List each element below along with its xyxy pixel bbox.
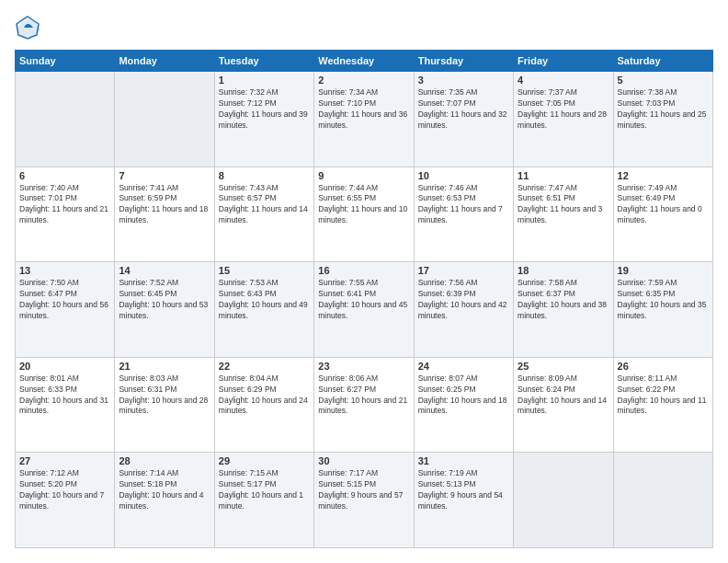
calendar-cell: 28Sunrise: 7:14 AM Sunset: 5:18 PM Dayli…: [115, 453, 214, 548]
calendar-cell: 9Sunrise: 7:44 AM Sunset: 6:55 PM Daylig…: [314, 167, 414, 262]
calendar-cell: 11Sunrise: 7:47 AM Sunset: 6:51 PM Dayli…: [514, 167, 613, 262]
calendar-cell: 7Sunrise: 7:41 AM Sunset: 6:59 PM Daylig…: [115, 167, 214, 262]
calendar-cell: [16, 72, 115, 167]
calendar-header-saturday: Saturday: [613, 51, 712, 72]
day-info: Sunrise: 8:04 AM Sunset: 6:29 PM Dayligh…: [219, 373, 310, 418]
day-number: 11: [518, 170, 609, 181]
day-info: Sunrise: 7:14 AM Sunset: 5:18 PM Dayligh…: [119, 468, 210, 512]
day-number: 16: [318, 265, 409, 276]
calendar-week-row: 20Sunrise: 8:01 AM Sunset: 6:33 PM Dayli…: [16, 357, 713, 453]
day-number: 27: [19, 455, 110, 466]
calendar-cell: 2Sunrise: 7:34 AM Sunset: 7:10 PM Daylig…: [314, 72, 414, 167]
day-number: 3: [418, 75, 509, 86]
calendar-cell: 26Sunrise: 8:11 AM Sunset: 6:22 PM Dayli…: [613, 357, 712, 453]
day-info: Sunrise: 7:15 AM Sunset: 5:17 PM Dayligh…: [219, 468, 310, 512]
calendar-cell: 20Sunrise: 8:01 AM Sunset: 6:33 PM Dayli…: [16, 357, 115, 453]
day-number: 18: [518, 265, 609, 276]
day-info: Sunrise: 7:47 AM Sunset: 6:51 PM Dayligh…: [518, 183, 609, 227]
day-number: 9: [318, 170, 409, 181]
calendar-cell: 8Sunrise: 7:43 AM Sunset: 6:57 PM Daylig…: [214, 167, 313, 262]
calendar-week-row: 6Sunrise: 7:40 AM Sunset: 7:01 PM Daylig…: [16, 167, 713, 262]
day-info: Sunrise: 7:19 AM Sunset: 5:13 PM Dayligh…: [418, 468, 509, 512]
day-number: 28: [119, 455, 210, 466]
day-info: Sunrise: 7:52 AM Sunset: 6:45 PM Dayligh…: [119, 278, 210, 322]
calendar-cell: 30Sunrise: 7:17 AM Sunset: 5:15 PM Dayli…: [314, 453, 414, 548]
day-number: 22: [219, 361, 310, 372]
calendar-cell: 1Sunrise: 7:32 AM Sunset: 7:12 PM Daylig…: [214, 72, 313, 167]
day-info: Sunrise: 7:35 AM Sunset: 7:07 PM Dayligh…: [418, 87, 509, 132]
calendar-week-row: 27Sunrise: 7:12 AM Sunset: 5:20 PM Dayli…: [16, 453, 713, 548]
logo-icon: [15, 15, 40, 40]
calendar-cell: 29Sunrise: 7:15 AM Sunset: 5:17 PM Dayli…: [214, 453, 313, 548]
calendar-cell: 18Sunrise: 7:58 AM Sunset: 6:37 PM Dayli…: [514, 262, 613, 358]
calendar-cell: 5Sunrise: 7:38 AM Sunset: 7:03 PM Daylig…: [613, 72, 712, 167]
calendar-header-thursday: Thursday: [414, 51, 513, 72]
calendar-header-row: SundayMondayTuesdayWednesdayThursdayFrid…: [16, 51, 713, 72]
day-number: 6: [19, 170, 110, 181]
day-number: 1: [219, 75, 310, 86]
day-info: Sunrise: 8:01 AM Sunset: 6:33 PM Dayligh…: [19, 373, 110, 418]
day-info: Sunrise: 7:55 AM Sunset: 6:41 PM Dayligh…: [318, 278, 409, 322]
day-number: 20: [19, 361, 110, 372]
day-info: Sunrise: 8:07 AM Sunset: 6:25 PM Dayligh…: [418, 373, 509, 418]
day-number: 25: [518, 361, 609, 372]
day-number: 7: [119, 170, 210, 181]
calendar-cell: 22Sunrise: 8:04 AM Sunset: 6:29 PM Dayli…: [214, 357, 313, 453]
day-info: Sunrise: 8:06 AM Sunset: 6:27 PM Dayligh…: [318, 373, 409, 418]
day-number: 19: [618, 265, 709, 276]
day-info: Sunrise: 7:44 AM Sunset: 6:55 PM Dayligh…: [318, 183, 409, 227]
day-number: 10: [418, 170, 509, 181]
day-info: Sunrise: 7:58 AM Sunset: 6:37 PM Dayligh…: [518, 278, 609, 322]
calendar-header-monday: Monday: [115, 51, 214, 72]
day-info: Sunrise: 7:49 AM Sunset: 6:49 PM Dayligh…: [618, 183, 709, 227]
calendar-cell: 19Sunrise: 7:59 AM Sunset: 6:35 PM Dayli…: [613, 262, 712, 358]
day-number: 15: [219, 265, 310, 276]
calendar-cell: 15Sunrise: 7:53 AM Sunset: 6:43 PM Dayli…: [214, 262, 313, 358]
day-number: 24: [418, 361, 509, 372]
day-number: 5: [618, 75, 709, 86]
day-info: Sunrise: 7:34 AM Sunset: 7:10 PM Dayligh…: [318, 87, 409, 132]
day-info: Sunrise: 7:37 AM Sunset: 7:05 PM Dayligh…: [518, 87, 609, 132]
calendar-cell: [514, 453, 613, 548]
calendar-cell: 16Sunrise: 7:55 AM Sunset: 6:41 PM Dayli…: [314, 262, 414, 358]
day-number: 8: [219, 170, 310, 181]
calendar-header-friday: Friday: [514, 51, 613, 72]
page: SundayMondayTuesdayWednesdayThursdayFrid…: [0, 0, 728, 563]
day-info: Sunrise: 7:17 AM Sunset: 5:15 PM Dayligh…: [318, 468, 409, 512]
header: [15, 15, 713, 40]
calendar-cell: 14Sunrise: 7:52 AM Sunset: 6:45 PM Dayli…: [115, 262, 214, 358]
calendar-cell: 10Sunrise: 7:46 AM Sunset: 6:53 PM Dayli…: [414, 167, 513, 262]
calendar-cell: 4Sunrise: 7:37 AM Sunset: 7:05 PM Daylig…: [514, 72, 613, 167]
day-number: 21: [119, 361, 210, 372]
calendar-week-row: 13Sunrise: 7:50 AM Sunset: 6:47 PM Dayli…: [16, 262, 713, 358]
day-info: Sunrise: 7:38 AM Sunset: 7:03 PM Dayligh…: [618, 87, 709, 132]
logo: [15, 15, 44, 40]
day-info: Sunrise: 7:41 AM Sunset: 6:59 PM Dayligh…: [119, 183, 210, 227]
day-number: 4: [518, 75, 609, 86]
day-info: Sunrise: 7:43 AM Sunset: 6:57 PM Dayligh…: [219, 183, 310, 227]
day-info: Sunrise: 8:03 AM Sunset: 6:31 PM Dayligh…: [119, 373, 210, 418]
calendar-cell: 17Sunrise: 7:56 AM Sunset: 6:39 PM Dayli…: [414, 262, 513, 358]
day-info: Sunrise: 7:50 AM Sunset: 6:47 PM Dayligh…: [19, 278, 110, 322]
calendar-cell: 31Sunrise: 7:19 AM Sunset: 5:13 PM Dayli…: [414, 453, 513, 548]
day-info: Sunrise: 7:12 AM Sunset: 5:20 PM Dayligh…: [19, 468, 110, 512]
day-info: Sunrise: 8:11 AM Sunset: 6:22 PM Dayligh…: [618, 373, 709, 418]
calendar-cell: 27Sunrise: 7:12 AM Sunset: 5:20 PM Dayli…: [16, 453, 115, 548]
day-number: 13: [19, 265, 110, 276]
day-number: 12: [618, 170, 709, 181]
calendar-cell: 6Sunrise: 7:40 AM Sunset: 7:01 PM Daylig…: [16, 167, 115, 262]
day-number: 17: [418, 265, 509, 276]
calendar-cell: 3Sunrise: 7:35 AM Sunset: 7:07 PM Daylig…: [414, 72, 513, 167]
day-info: Sunrise: 7:59 AM Sunset: 6:35 PM Dayligh…: [618, 278, 709, 322]
calendar-cell: 21Sunrise: 8:03 AM Sunset: 6:31 PM Dayli…: [115, 357, 214, 453]
calendar-cell: 24Sunrise: 8:07 AM Sunset: 6:25 PM Dayli…: [414, 357, 513, 453]
calendar-cell: 25Sunrise: 8:09 AM Sunset: 6:24 PM Dayli…: [514, 357, 613, 453]
calendar-cell: [115, 72, 214, 167]
day-number: 30: [318, 455, 409, 466]
calendar-cell: 13Sunrise: 7:50 AM Sunset: 6:47 PM Dayli…: [16, 262, 115, 358]
day-info: Sunrise: 7:46 AM Sunset: 6:53 PM Dayligh…: [418, 183, 509, 227]
day-info: Sunrise: 7:40 AM Sunset: 7:01 PM Dayligh…: [19, 183, 110, 227]
calendar-cell: 12Sunrise: 7:49 AM Sunset: 6:49 PM Dayli…: [613, 167, 712, 262]
day-number: 14: [119, 265, 210, 276]
calendar-table: SundayMondayTuesdayWednesdayThursdayFrid…: [15, 50, 713, 548]
